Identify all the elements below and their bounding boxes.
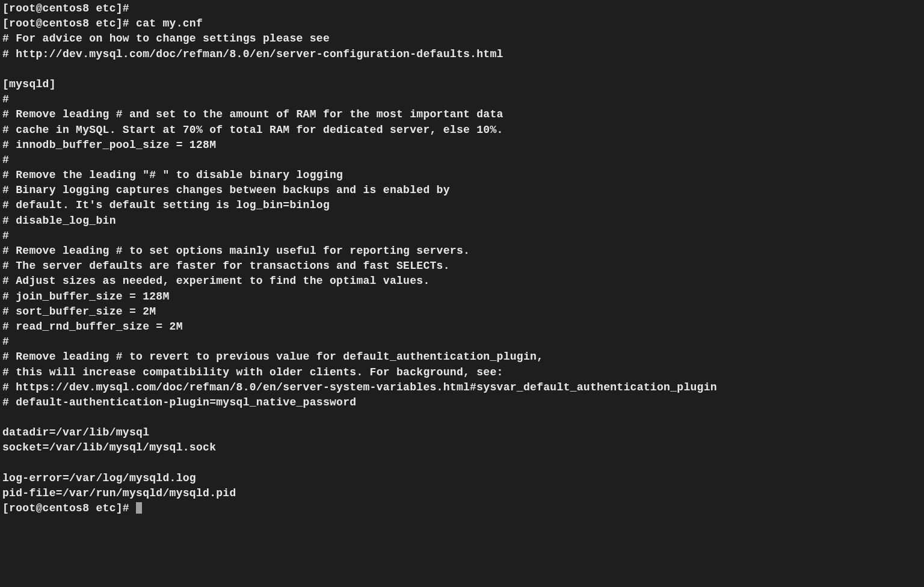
terminal-line: socket=/var/lib/mysql/mysql.sock [2,440,922,455]
terminal-line [2,62,922,77]
terminal-prompt: [root@centos8 etc]# [2,502,136,514]
terminal-line: # read_rnd_buffer_size = 2M [2,319,922,334]
terminal-line: # sort_buffer_size = 2M [2,304,922,319]
terminal-line: # https://dev.mysql.com/doc/refman/8.0/e… [2,380,922,395]
terminal-line: # For advice on how to change settings p… [2,31,922,46]
terminal-line: datadir=/var/lib/mysql [2,425,922,440]
terminal-line: # Adjust sizes as needed, experiment to … [2,274,922,289]
terminal-line: [root@centos8 etc]# [2,1,922,16]
terminal-line: # cache in MySQL. Start at 70% of total … [2,123,922,138]
terminal-line: [root@centos8 etc]# cat my.cnf [2,16,922,31]
terminal-line [2,410,922,425]
terminal-line: # [2,229,922,244]
terminal-line: # innodb_buffer_pool_size = 128M [2,138,922,153]
terminal-line: # Remove leading # to set options mainly… [2,244,922,259]
terminal-line: # Remove leading # and set to the amount… [2,107,922,122]
terminal-line: # [2,334,922,349]
terminal-line [2,456,922,471]
terminal-line: # http://dev.mysql.com/doc/refman/8.0/en… [2,47,922,62]
terminal-output[interactable]: [root@centos8 etc]# [root@centos8 etc]# … [2,1,922,516]
terminal-line: # disable_log_bin [2,214,922,229]
terminal-line: # default-authentication-plugin=mysql_na… [2,395,922,410]
terminal-line: # [2,153,922,168]
terminal-line: # [2,92,922,107]
terminal-line: pid-file=/var/run/mysqld/mysqld.pid [2,486,922,501]
terminal-line: # Binary logging captures changes betwee… [2,183,922,198]
terminal-prompt-line[interactable]: [root@centos8 etc]# [2,501,922,516]
terminal-line: log-error=/var/log/mysqld.log [2,471,922,486]
terminal-line: # this will increase compatibility with … [2,365,922,380]
terminal-cursor [136,502,142,514]
terminal-line: # The server defaults are faster for tra… [2,259,922,274]
terminal-line: [mysqld] [2,77,922,92]
terminal-line: # Remove the leading "# " to disable bin… [2,168,922,183]
terminal-line: # Remove leading # to revert to previous… [2,349,922,364]
terminal-line: # join_buffer_size = 128M [2,289,922,304]
terminal-line: # default. It's default setting is log_b… [2,198,922,213]
